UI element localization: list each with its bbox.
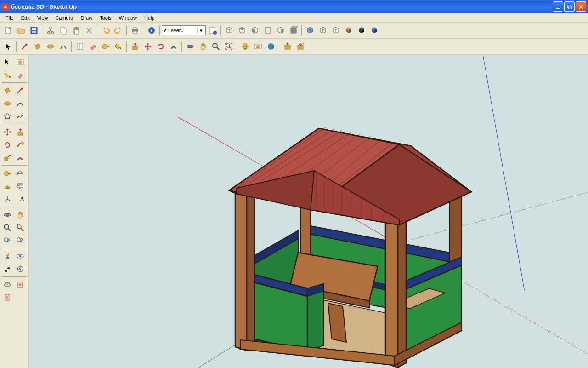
arc-tool-button[interactable] xyxy=(57,40,69,53)
svg-rect-4 xyxy=(32,28,36,30)
svg-rect-0 xyxy=(556,8,560,9)
circle-tool-button[interactable] xyxy=(44,40,57,53)
text-side-button[interactable]: ABC xyxy=(14,180,26,192)
offset-tool-button[interactable] xyxy=(167,40,180,53)
wireframe-button[interactable] xyxy=(317,24,329,37)
freehand-side-button[interactable] xyxy=(14,110,26,122)
dimension-side-button[interactable] xyxy=(14,167,26,179)
select-side-button[interactable] xyxy=(1,56,13,68)
hidden-line-button[interactable] xyxy=(329,24,342,37)
front-view-button[interactable] xyxy=(249,24,261,37)
toggle-terrain-button[interactable] xyxy=(294,40,306,53)
monochrome-button[interactable] xyxy=(368,24,380,37)
3dtext-side-button[interactable]: A xyxy=(14,193,26,205)
arc-side-button[interactable] xyxy=(14,97,26,109)
share-model-button[interactable] xyxy=(252,40,264,53)
tools-toolbar xyxy=(0,39,588,55)
followme-side-button[interactable] xyxy=(14,138,26,151)
new-file-button[interactable] xyxy=(2,24,14,37)
zoom-tool-button[interactable] xyxy=(209,40,222,53)
section-display-button[interactable] xyxy=(1,278,13,291)
zoom-extents-button[interactable] xyxy=(222,40,235,53)
menu-draw[interactable]: Draw xyxy=(77,15,96,21)
3d-viewport[interactable] xyxy=(29,55,588,368)
paint-side-button[interactable] xyxy=(1,69,13,81)
orbit-tool-button[interactable] xyxy=(184,40,196,53)
axes-side-button[interactable] xyxy=(1,193,13,205)
print-button[interactable] xyxy=(129,24,141,37)
layer-dropdown[interactable]: ✔ Layer0 ▾ xyxy=(162,25,206,35)
left-view-button[interactable] xyxy=(287,24,300,37)
paste-button[interactable] xyxy=(70,24,82,37)
undo-button[interactable] xyxy=(99,24,112,37)
shaded-button[interactable] xyxy=(342,24,355,37)
svg-point-22 xyxy=(47,45,54,48)
zoomext-side-button[interactable] xyxy=(14,221,26,234)
copy-button[interactable] xyxy=(57,24,69,37)
eraser-side-button[interactable] xyxy=(14,69,26,81)
right-view-button[interactable] xyxy=(261,24,274,37)
rectangle-tool-button[interactable] xyxy=(31,40,44,53)
pushpull-side-button[interactable] xyxy=(14,126,26,138)
menu-window[interactable]: Window xyxy=(115,15,141,21)
xray-button[interactable] xyxy=(304,24,316,37)
orbit-side-button[interactable] xyxy=(1,208,13,221)
look-around-button[interactable] xyxy=(14,250,26,262)
move-tool-button[interactable] xyxy=(141,40,154,53)
get-current-view-button[interactable] xyxy=(281,40,294,53)
menu-view[interactable]: View xyxy=(34,15,52,21)
get-models-button[interactable] xyxy=(239,40,251,53)
walk-button[interactable] xyxy=(1,263,13,275)
pan-side-button[interactable] xyxy=(14,208,26,221)
model-info-button[interactable]: i xyxy=(145,24,158,37)
back-view-button[interactable] xyxy=(274,24,287,37)
tape-measure-button[interactable] xyxy=(99,40,112,53)
protractor-side-button[interactable] xyxy=(1,180,13,192)
iso-view-button[interactable] xyxy=(223,24,235,37)
maximize-button[interactable] xyxy=(564,1,575,12)
cut-button[interactable] xyxy=(44,24,57,37)
select-button[interactable] xyxy=(2,40,14,53)
next-view-button[interactable] xyxy=(14,234,26,247)
prev-view-button[interactable] xyxy=(1,234,13,247)
redo-button[interactable] xyxy=(112,24,124,37)
line-side-button[interactable] xyxy=(14,84,26,97)
standard-toolbar: i ✔ Layer0 ▾ i xyxy=(0,23,588,39)
make-component-button[interactable] xyxy=(74,40,86,53)
polygon-side-button[interactable] xyxy=(1,110,13,122)
section-cut-button[interactable] xyxy=(14,278,26,291)
menu-edit[interactable]: Edit xyxy=(17,15,34,21)
rotate-side-button[interactable] xyxy=(1,138,13,151)
position-camera-button[interactable] xyxy=(1,250,13,262)
menu-camera[interactable]: Camera xyxy=(51,15,77,21)
shaded-textures-button[interactable] xyxy=(355,24,368,37)
component-side-button[interactable] xyxy=(14,56,26,68)
circle-side-button[interactable] xyxy=(1,97,13,109)
save-button[interactable] xyxy=(28,24,40,37)
zoom-side-button[interactable] xyxy=(1,221,13,234)
paint-bucket-button[interactable] xyxy=(112,40,124,53)
menu-bar: File Edit View Camera Draw Tools Window … xyxy=(0,13,588,23)
eraser-tool-button[interactable] xyxy=(86,40,99,53)
top-view-button[interactable] xyxy=(236,24,248,37)
layer-manager-button[interactable]: i xyxy=(206,24,219,37)
rect-side-button[interactable] xyxy=(1,84,13,97)
move-side-button[interactable] xyxy=(1,126,13,138)
delete-button[interactable] xyxy=(83,24,95,37)
pan-tool-button[interactable] xyxy=(197,40,209,53)
open-file-button[interactable] xyxy=(15,24,27,37)
rotate-tool-button[interactable] xyxy=(154,40,167,53)
tape-side-button[interactable] xyxy=(1,167,13,179)
menu-help[interactable]: Help xyxy=(141,15,158,21)
scale-side-button[interactable] xyxy=(1,151,13,164)
offset-side-button[interactable] xyxy=(14,151,26,164)
minimize-button[interactable] xyxy=(553,1,563,12)
menu-file[interactable]: File xyxy=(2,15,17,21)
section-fill-button[interactable] xyxy=(1,291,13,304)
line-tool-button[interactable] xyxy=(18,40,31,53)
push-pull-button[interactable] xyxy=(129,40,141,53)
close-button[interactable] xyxy=(576,1,586,12)
menu-tools[interactable]: Tools xyxy=(96,15,115,21)
section-plane-button[interactable] xyxy=(14,263,26,275)
google-earth-button[interactable] xyxy=(265,40,277,53)
